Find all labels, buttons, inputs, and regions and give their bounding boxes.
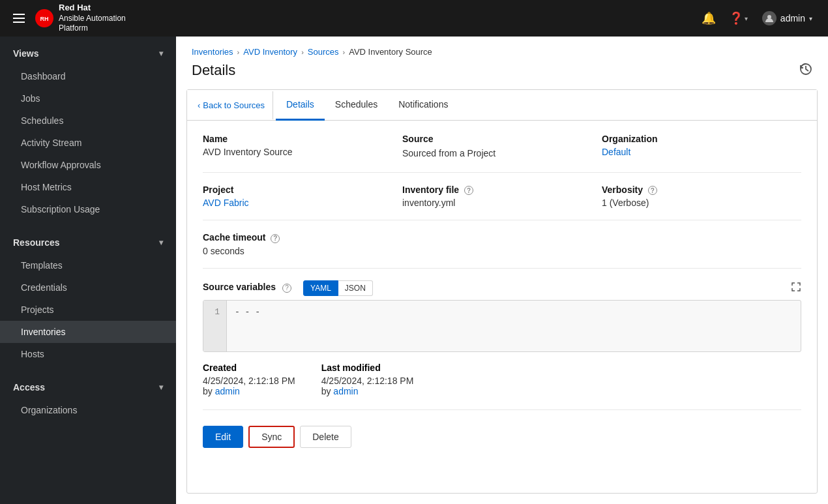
resources-label: Resources (13, 237, 60, 248)
field-source: Source Sourced from a Project (402, 134, 602, 160)
verbosity-value: 1 (Verbose) (602, 198, 801, 208)
inventory-file-label: Inventory file ? (402, 185, 602, 195)
sidebar: Views ▾ Dashboard Jobs Schedules Activit… (0, 37, 176, 504)
sync-button[interactable]: Sync (248, 426, 295, 448)
sidebar-item-schedules[interactable]: Schedules (0, 110, 176, 132)
breadcrumb-sep-3: › (343, 48, 346, 56)
yaml-json-toggle: YAML JSON (303, 280, 373, 296)
sidebar-item-hosts[interactable]: Hosts (0, 343, 176, 365)
sidebar-section-access-header[interactable]: Access ▾ (0, 376, 176, 399)
breadcrumb-sources[interactable]: Sources (308, 47, 339, 57)
views-label: Views (13, 48, 38, 59)
name-value: AVD Inventory Source (203, 147, 402, 157)
organization-label: Organization (602, 134, 801, 144)
field-cache-timeout: Cache timeout ? 0 seconds (203, 232, 402, 256)
organization-link[interactable]: Default (602, 147, 630, 157)
meta-row: Created 4/25/2024, 2:12:18 PM by admin L… (203, 363, 801, 410)
help-icon[interactable]: ❓ ▾ (725, 7, 752, 29)
hamburger-menu[interactable] (10, 11, 27, 25)
sidebar-section-resources-header[interactable]: Resources ▾ (0, 231, 176, 254)
inventory-file-value: inventory.yml (402, 198, 602, 208)
field-verbosity: Verbosity ? 1 (Verbose) (602, 185, 801, 208)
source-label: Source (402, 134, 602, 144)
sidebar-item-workflow-approvals[interactable]: Workflow Approvals (0, 154, 176, 176)
tab-back-to-sources[interactable]: ‹ Back to Sources (198, 91, 273, 119)
field-name: Name AVD Inventory Source (203, 134, 402, 160)
project-value: AVD Fabric (203, 198, 402, 208)
breadcrumb-inventories[interactable]: Inventories (192, 47, 233, 57)
main-content: Inventories › AVD Inventory › Sources › … (176, 37, 828, 504)
project-label: Project (203, 185, 402, 195)
verbosity-help-icon[interactable]: ? (648, 186, 657, 195)
tab-notifications[interactable]: Notifications (388, 90, 458, 121)
sidebar-item-activity-stream[interactable]: Activity Stream (0, 132, 176, 154)
user-menu-chevron: ▾ (809, 15, 812, 22)
breadcrumb-avd-inventory[interactable]: AVD Inventory (243, 47, 297, 57)
brand-text: Red Hat Ansible Automation Platform (59, 3, 126, 34)
breadcrumb: Inventories › AVD Inventory › Sources › … (192, 47, 812, 57)
sidebar-item-inventories[interactable]: Inventories (0, 321, 176, 343)
user-menu[interactable]: admin ▾ (757, 7, 818, 29)
sidebar-section-views: Views ▾ Dashboard Jobs Schedules Activit… (0, 37, 176, 226)
breadcrumb-current: AVD Inventory Source (349, 47, 432, 57)
tab-details[interactable]: Details (276, 90, 325, 121)
sidebar-item-projects[interactable]: Projects (0, 299, 176, 321)
edit-button[interactable]: Edit (203, 426, 243, 448)
json-toggle-button[interactable]: JSON (338, 280, 373, 296)
brand-platform: Platform (59, 23, 126, 34)
redhat-logo: RH (35, 9, 53, 27)
source-vars-label-wrap: Source variables ? YAML JSON (203, 280, 373, 296)
svg-text:RH: RH (40, 16, 49, 22)
sidebar-item-templates[interactable]: Templates (0, 254, 176, 276)
source-vars-label: Source variables (203, 282, 276, 292)
code-editor: 1 - - - (203, 300, 801, 352)
sidebar-item-dashboard[interactable]: Dashboard (0, 65, 176, 87)
bell-icon[interactable]: 🔔 (698, 7, 720, 29)
username-label: admin (780, 13, 805, 23)
history-icon[interactable] (799, 63, 812, 79)
line-numbers: 1 (203, 301, 227, 351)
field-inventory-file: Inventory file ? inventory.yml (402, 185, 602, 208)
sidebar-item-subscription-usage[interactable]: Subscription Usage (0, 198, 176, 220)
expand-code-icon[interactable] (791, 282, 801, 295)
modified-value: 4/25/2024, 2:12:18 PM by admin (321, 376, 414, 396)
tab-schedules[interactable]: Schedules (325, 90, 388, 121)
delete-button[interactable]: Delete (300, 426, 351, 448)
code-content: - - - (227, 301, 801, 351)
yaml-toggle-button[interactable]: YAML (303, 280, 338, 296)
detail-card: ‹ Back to Sources Details Schedules Noti… (186, 89, 818, 494)
verbosity-label: Verbosity ? (602, 185, 801, 195)
action-buttons: Edit Sync Delete (203, 423, 801, 448)
detail-body: Name AVD Inventory Source Source Sourced… (187, 121, 817, 461)
field-organization: Organization Default (602, 134, 801, 160)
topnav: RH Red Hat Ansible Automation Platform 🔔… (0, 0, 828, 37)
views-chevron: ▾ (159, 49, 163, 58)
sidebar-section-views-header[interactable]: Views ▾ (0, 42, 176, 65)
cache-timeout-help-icon[interactable]: ? (271, 234, 280, 243)
inventory-file-help-icon[interactable]: ? (464, 186, 473, 195)
sidebar-section-access: Access ▾ Organizations (0, 370, 176, 426)
source-variables-section: Source variables ? YAML JSON (203, 280, 801, 352)
breadcrumb-sep-2: › (301, 48, 304, 56)
page-title: Details (192, 62, 235, 79)
created-by-link[interactable]: admin (215, 386, 240, 396)
access-label: Access (13, 382, 45, 393)
access-chevron: ▾ (159, 383, 163, 392)
brand-subtext: Ansible Automation (59, 14, 126, 24)
sidebar-item-credentials[interactable]: Credentials (0, 276, 176, 299)
sidebar-item-organizations[interactable]: Organizations (0, 399, 176, 421)
source-value: Sourced from a Project (402, 147, 602, 160)
topnav-left: RH Red Hat Ansible Automation Platform (10, 3, 126, 34)
sidebar-item-host-metrics[interactable]: Host Metrics (0, 176, 176, 198)
field-project: Project AVD Fabric (203, 185, 402, 208)
created-field: Created 4/25/2024, 2:12:18 PM by admin (203, 363, 295, 396)
modified-by-link[interactable]: admin (333, 386, 358, 396)
resources-chevron: ▾ (159, 238, 163, 247)
sidebar-item-jobs[interactable]: Jobs (0, 87, 176, 110)
page-title-area: Details (176, 57, 828, 89)
back-chevron-icon: ‹ (198, 100, 200, 110)
project-link[interactable]: AVD Fabric (203, 198, 249, 208)
breadcrumb-area: Inventories › AVD Inventory › Sources › … (176, 37, 828, 57)
source-vars-help-icon[interactable]: ? (282, 284, 291, 293)
name-label: Name (203, 134, 402, 144)
